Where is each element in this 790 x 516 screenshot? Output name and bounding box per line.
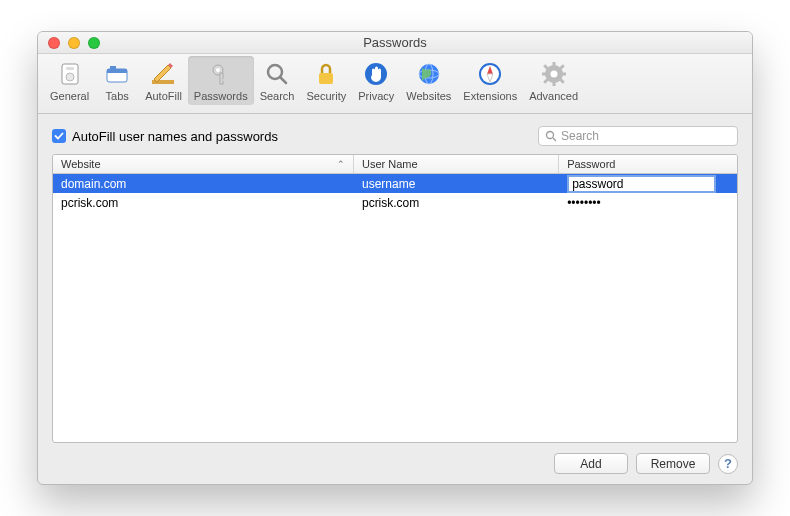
- tab-label: Tabs: [106, 90, 129, 102]
- help-button[interactable]: ?: [718, 454, 738, 474]
- tab-security[interactable]: Security: [300, 56, 352, 105]
- hand-icon: [361, 59, 391, 89]
- options-row: AutoFill user names and passwords Search: [52, 126, 738, 146]
- lock-icon: [311, 59, 341, 89]
- minimize-icon[interactable]: [68, 37, 80, 49]
- gear-icon: [539, 59, 569, 89]
- cell-username: username: [354, 177, 559, 191]
- passwords-table: Website ⌃ User Name Password domain.com …: [52, 154, 738, 443]
- svg-rect-5: [110, 66, 116, 69]
- tab-label: Advanced: [529, 90, 578, 102]
- svg-rect-22: [552, 62, 555, 67]
- search-placeholder: Search: [561, 129, 599, 143]
- table-row[interactable]: pcrisk.com pcrisk.com ••••••••: [53, 193, 737, 212]
- svg-line-12: [280, 77, 286, 83]
- table-body: domain.com username password pcrisk.com …: [53, 174, 737, 442]
- svg-rect-25: [561, 73, 566, 76]
- content-area: AutoFill user names and passwords Search…: [38, 114, 752, 484]
- tab-extensions[interactable]: Extensions: [457, 56, 523, 105]
- svg-rect-23: [552, 81, 555, 86]
- tab-label: Extensions: [463, 90, 517, 102]
- svg-point-21: [550, 71, 557, 78]
- svg-rect-10: [223, 79, 226, 81]
- switch-icon: [55, 59, 85, 89]
- tab-label: Websites: [406, 90, 451, 102]
- tab-advanced[interactable]: Advanced: [523, 56, 584, 105]
- tab-passwords[interactable]: Passwords: [188, 56, 254, 105]
- sort-asc-icon: ⌃: [337, 159, 345, 169]
- tab-label: Privacy: [358, 90, 394, 102]
- tab-label: General: [50, 90, 89, 102]
- tabs-icon: [102, 59, 132, 89]
- svg-point-8: [216, 68, 220, 72]
- cell-website: domain.com: [53, 177, 354, 191]
- svg-line-31: [553, 138, 556, 141]
- tab-general[interactable]: General: [44, 56, 95, 105]
- svg-rect-1: [66, 67, 74, 70]
- close-icon[interactable]: [48, 37, 60, 49]
- table-header: Website ⌃ User Name Password: [53, 155, 737, 174]
- tab-search[interactable]: Search: [254, 56, 301, 105]
- tab-tabs[interactable]: Tabs: [95, 56, 139, 105]
- column-password[interactable]: Password: [559, 155, 737, 173]
- tab-label: Search: [260, 90, 295, 102]
- cell-website: pcrisk.com: [53, 196, 354, 210]
- toolbar: General Tabs AutoFill Passwords Search: [38, 54, 752, 114]
- cell-username: pcrisk.com: [354, 196, 559, 210]
- password-edit-field[interactable]: password: [567, 175, 716, 193]
- compass-icon: [475, 59, 505, 89]
- search-icon: [545, 130, 557, 142]
- zoom-icon[interactable]: [88, 37, 100, 49]
- add-button[interactable]: Add: [554, 453, 628, 474]
- tab-websites[interactable]: Websites: [400, 56, 457, 105]
- tab-label: Security: [306, 90, 346, 102]
- tab-label: AutoFill: [145, 90, 182, 102]
- tab-privacy[interactable]: Privacy: [352, 56, 400, 105]
- cell-password: ••••••••: [559, 196, 737, 210]
- column-username[interactable]: User Name: [354, 155, 559, 173]
- remove-button[interactable]: Remove: [636, 453, 710, 474]
- table-row[interactable]: domain.com username password: [53, 174, 737, 193]
- autofill-label: AutoFill user names and passwords: [72, 129, 278, 144]
- tab-label: Passwords: [194, 90, 248, 102]
- svg-rect-4: [107, 69, 127, 73]
- bottom-bar: Add Remove ?: [52, 443, 738, 474]
- svg-rect-9: [220, 73, 223, 84]
- tab-autofill[interactable]: AutoFill: [139, 56, 188, 105]
- search-input[interactable]: Search: [538, 126, 738, 146]
- autofill-checkbox[interactable]: AutoFill user names and passwords: [52, 129, 278, 144]
- column-website[interactable]: Website ⌃: [53, 155, 354, 173]
- titlebar: Passwords: [38, 32, 752, 54]
- preferences-window: Passwords General Tabs AutoFill Password…: [37, 31, 753, 485]
- key-icon: [206, 59, 236, 89]
- window-title: Passwords: [38, 35, 752, 50]
- svg-point-30: [547, 132, 554, 139]
- pencil-icon: [148, 59, 178, 89]
- globe-icon: [414, 59, 444, 89]
- checkmark-icon: [52, 129, 66, 143]
- window-controls: [38, 37, 100, 49]
- svg-rect-13: [319, 73, 333, 84]
- cell-password: password: [559, 175, 737, 193]
- svg-rect-24: [542, 73, 547, 76]
- svg-point-2: [66, 73, 74, 81]
- search-icon: [262, 59, 292, 89]
